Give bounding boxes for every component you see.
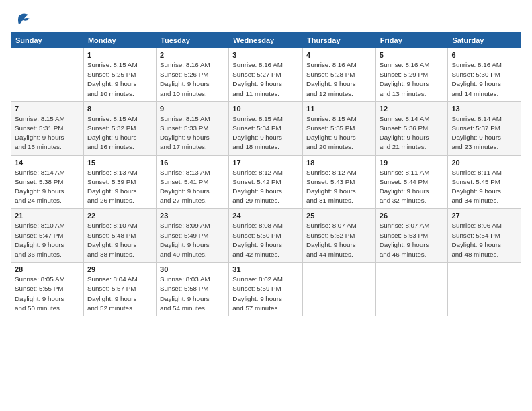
- day-info: Sunrise: 8:06 AM Sunset: 5:54 PM Dayligh…: [451, 221, 517, 259]
- day-info: Sunrise: 8:14 AM Sunset: 5:37 PM Dayligh…: [451, 114, 517, 152]
- calendar-header-row: SundayMondayTuesdayWednesdayThursdayFrid…: [11, 33, 521, 48]
- page-container: SundayMondayTuesdayWednesdayThursdayFrid…: [0, 0, 532, 411]
- calendar-week-row: 7Sunrise: 8:15 AM Sunset: 5:31 PM Daylig…: [11, 101, 521, 155]
- day-number: 17: [232, 158, 299, 167]
- weekday-header: Friday: [375, 33, 448, 48]
- calendar-cell: 27Sunrise: 8:06 AM Sunset: 5:54 PM Dayli…: [448, 209, 521, 263]
- day-number: 1: [87, 51, 152, 59]
- day-info: Sunrise: 8:04 AM Sunset: 5:57 PM Dayligh…: [87, 275, 152, 313]
- day-info: Sunrise: 8:15 AM Sunset: 5:25 PM Dayligh…: [87, 60, 152, 99]
- day-number: 9: [160, 105, 225, 113]
- calendar-cell: 6Sunrise: 8:16 AM Sunset: 5:30 PM Daylig…: [448, 48, 521, 102]
- calendar-week-row: 1Sunrise: 8:15 AM Sunset: 5:25 PM Daylig…: [11, 48, 521, 102]
- day-number: 21: [15, 212, 80, 220]
- calendar-cell: 24Sunrise: 8:08 AM Sunset: 5:50 PM Dayli…: [229, 209, 303, 263]
- calendar-table: SundayMondayTuesdayWednesdayThursdayFrid…: [11, 32, 521, 316]
- calendar-cell: 20Sunrise: 8:11 AM Sunset: 5:45 PM Dayli…: [448, 155, 521, 209]
- day-number: 26: [380, 212, 445, 220]
- calendar-week-row: 28Sunrise: 8:05 AM Sunset: 5:55 PM Dayli…: [11, 263, 521, 316]
- calendar-cell: 19Sunrise: 8:11 AM Sunset: 5:44 PM Dayli…: [375, 155, 448, 209]
- day-number: 22: [87, 212, 152, 220]
- calendar-cell: 10Sunrise: 8:15 AM Sunset: 5:34 PM Dayli…: [229, 101, 303, 155]
- calendar-cell: [11, 48, 84, 102]
- day-number: 11: [306, 105, 372, 113]
- day-info: Sunrise: 8:11 AM Sunset: 5:44 PM Dayligh…: [380, 168, 445, 206]
- day-info: Sunrise: 8:07 AM Sunset: 5:52 PM Dayligh…: [306, 221, 372, 259]
- day-info: Sunrise: 8:14 AM Sunset: 5:38 PM Dayligh…: [15, 168, 80, 206]
- calendar-cell: [375, 263, 448, 316]
- weekday-header: Wednesday: [229, 33, 303, 48]
- calendar-cell: 3Sunrise: 8:16 AM Sunset: 5:27 PM Daylig…: [229, 48, 303, 102]
- day-info: Sunrise: 8:13 AM Sunset: 5:39 PM Dayligh…: [87, 168, 152, 206]
- day-number: 18: [306, 158, 372, 167]
- day-number: 24: [232, 212, 299, 220]
- day-info: Sunrise: 8:12 AM Sunset: 5:42 PM Dayligh…: [232, 168, 299, 206]
- weekday-header: Thursday: [303, 33, 376, 48]
- calendar-cell: 28Sunrise: 8:05 AM Sunset: 5:55 PM Dayli…: [11, 263, 84, 316]
- calendar-cell: 31Sunrise: 8:02 AM Sunset: 5:59 PM Dayli…: [229, 263, 303, 316]
- calendar-cell: 15Sunrise: 8:13 AM Sunset: 5:39 PM Dayli…: [83, 155, 156, 209]
- calendar-cell: [303, 263, 376, 316]
- calendar-cell: 16Sunrise: 8:13 AM Sunset: 5:41 PM Dayli…: [157, 155, 229, 209]
- day-info: Sunrise: 8:11 AM Sunset: 5:45 PM Dayligh…: [451, 168, 517, 206]
- day-info: Sunrise: 8:15 AM Sunset: 5:32 PM Dayligh…: [87, 114, 152, 152]
- calendar-week-row: 14Sunrise: 8:14 AM Sunset: 5:38 PM Dayli…: [11, 155, 521, 209]
- day-number: 29: [87, 265, 152, 273]
- day-number: 19: [380, 158, 445, 167]
- calendar-cell: 30Sunrise: 8:03 AM Sunset: 5:58 PM Dayli…: [157, 263, 229, 316]
- day-number: 3: [232, 51, 299, 59]
- day-number: 20: [451, 158, 517, 167]
- day-number: 12: [380, 105, 445, 113]
- day-number: 13: [451, 105, 517, 113]
- day-info: Sunrise: 8:14 AM Sunset: 5:36 PM Dayligh…: [380, 114, 445, 152]
- calendar-cell: 8Sunrise: 8:15 AM Sunset: 5:32 PM Daylig…: [83, 101, 156, 155]
- calendar-cell: 22Sunrise: 8:10 AM Sunset: 5:48 PM Dayli…: [83, 209, 156, 263]
- calendar-cell: 9Sunrise: 8:15 AM Sunset: 5:33 PM Daylig…: [157, 101, 229, 155]
- day-info: Sunrise: 8:03 AM Sunset: 5:58 PM Dayligh…: [160, 275, 225, 313]
- calendar-cell: 2Sunrise: 8:16 AM Sunset: 5:26 PM Daylig…: [157, 48, 229, 102]
- day-info: Sunrise: 8:15 AM Sunset: 5:33 PM Dayligh…: [160, 114, 225, 152]
- day-number: 27: [451, 212, 517, 220]
- weekday-header: Monday: [83, 33, 156, 48]
- calendar-cell: 7Sunrise: 8:15 AM Sunset: 5:31 PM Daylig…: [11, 101, 84, 155]
- calendar-cell: 18Sunrise: 8:12 AM Sunset: 5:43 PM Dayli…: [303, 155, 376, 209]
- day-number: 8: [87, 105, 152, 113]
- logo-bird-icon: [12, 11, 31, 30]
- calendar-cell: 12Sunrise: 8:14 AM Sunset: 5:36 PM Dayli…: [375, 101, 448, 155]
- day-number: 6: [451, 51, 517, 59]
- header: [11, 11, 521, 26]
- calendar-cell: 5Sunrise: 8:16 AM Sunset: 5:29 PM Daylig…: [375, 48, 448, 102]
- day-info: Sunrise: 8:16 AM Sunset: 5:29 PM Dayligh…: [380, 60, 445, 99]
- day-number: 5: [380, 51, 445, 59]
- day-number: 7: [15, 105, 80, 113]
- day-number: 15: [87, 158, 152, 167]
- calendar-cell: 23Sunrise: 8:09 AM Sunset: 5:49 PM Dayli…: [157, 209, 229, 263]
- day-info: Sunrise: 8:16 AM Sunset: 5:28 PM Dayligh…: [306, 60, 372, 99]
- calendar-cell: 21Sunrise: 8:10 AM Sunset: 5:47 PM Dayli…: [11, 209, 84, 263]
- logo: [11, 11, 31, 26]
- day-info: Sunrise: 8:07 AM Sunset: 5:53 PM Dayligh…: [380, 221, 445, 259]
- day-info: Sunrise: 8:13 AM Sunset: 5:41 PM Dayligh…: [160, 168, 225, 206]
- calendar-cell: [448, 263, 521, 316]
- calendar-cell: 17Sunrise: 8:12 AM Sunset: 5:42 PM Dayli…: [229, 155, 303, 209]
- day-number: 4: [306, 51, 372, 59]
- day-info: Sunrise: 8:16 AM Sunset: 5:26 PM Dayligh…: [160, 60, 225, 99]
- day-number: 25: [306, 212, 372, 220]
- day-number: 10: [232, 105, 299, 113]
- day-info: Sunrise: 8:05 AM Sunset: 5:55 PM Dayligh…: [15, 275, 80, 313]
- day-number: 16: [160, 158, 225, 167]
- day-info: Sunrise: 8:08 AM Sunset: 5:50 PM Dayligh…: [232, 221, 299, 259]
- day-number: 23: [160, 212, 225, 220]
- calendar-cell: 25Sunrise: 8:07 AM Sunset: 5:52 PM Dayli…: [303, 209, 376, 263]
- calendar-cell: 4Sunrise: 8:16 AM Sunset: 5:28 PM Daylig…: [303, 48, 376, 102]
- day-info: Sunrise: 8:12 AM Sunset: 5:43 PM Dayligh…: [306, 168, 372, 206]
- weekday-header: Tuesday: [157, 33, 229, 48]
- weekday-header: Sunday: [11, 33, 84, 48]
- day-number: 2: [160, 51, 225, 59]
- day-info: Sunrise: 8:10 AM Sunset: 5:48 PM Dayligh…: [87, 221, 152, 259]
- day-number: 14: [15, 158, 80, 167]
- weekday-header: Saturday: [448, 33, 521, 48]
- day-info: Sunrise: 8:10 AM Sunset: 5:47 PM Dayligh…: [15, 221, 80, 259]
- calendar-cell: 11Sunrise: 8:15 AM Sunset: 5:35 PM Dayli…: [303, 101, 376, 155]
- calendar-week-row: 21Sunrise: 8:10 AM Sunset: 5:47 PM Dayli…: [11, 209, 521, 263]
